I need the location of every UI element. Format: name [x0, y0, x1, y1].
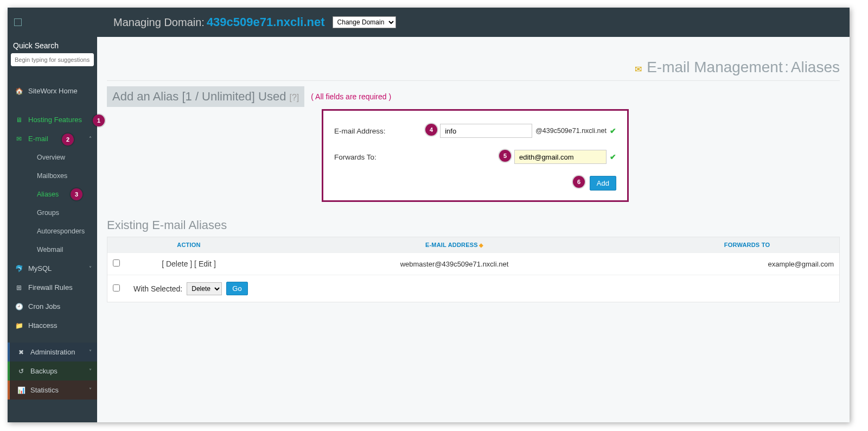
edit-link[interactable]: [ Edit ] — [194, 259, 216, 268]
sidebar-item-backups[interactable]: ↺ Backups ˅ — [10, 362, 97, 381]
check-icon: ✔ — [610, 153, 616, 161]
folder-icon: 📁 — [14, 322, 24, 329]
table-header: ACTION E-MAIL ADDRESS◆ FORWARDS TO — [107, 237, 839, 252]
col-action[interactable]: ACTION — [129, 242, 248, 248]
sidebar-item-htaccess[interactable]: 📁 Htaccess — [8, 316, 97, 335]
sidebar-item-label: Webmail — [37, 246, 63, 253]
sidebar-item-label: Overview — [37, 154, 65, 161]
mail-icon: ✉ — [14, 135, 24, 143]
app-window: Managing Domain: 439c509e71.nxcli.net Ch… — [8, 8, 850, 422]
sidebar-item-label: Firewall Rules — [28, 283, 73, 291]
firewall-icon: ⊞ — [14, 284, 24, 291]
check-icon: ✔ — [610, 126, 616, 135]
page-header: ✉ E-mail Management : Aliases — [107, 37, 840, 81]
sidebar-item-label: E-mail — [28, 135, 48, 143]
with-selected-label: With Selected: — [133, 284, 182, 293]
sidebar-item-label: MySQL — [28, 264, 52, 272]
sidebar-item-cronjobs[interactable]: 🕘 Cron Jobs — [8, 297, 97, 316]
sidebar-item-label: Hosting Features — [28, 116, 82, 124]
broken-image-icon — [14, 18, 22, 26]
sidebar-item-aliases[interactable]: Aliases — [8, 185, 97, 204]
sidebar-item-hosting-features[interactable]: 🖥 Hosting Features — [8, 110, 97, 129]
sidebar-item-label: Autoresponders — [37, 227, 85, 235]
add-alias-form: E-mail Address: 4 @439c509e71.nxcli.net … — [322, 109, 629, 202]
row-forwards: example@gmail.com — [660, 260, 834, 268]
monitor-icon: 🖥 — [14, 116, 24, 124]
col-forwards[interactable]: FORWARDS TO — [660, 242, 834, 248]
aliases-table: ACTION E-MAIL ADDRESS◆ FORWARDS TO [ Del… — [107, 237, 840, 302]
sidebar-item-label: Backups — [30, 367, 58, 375]
with-selected-row: With Selected: Delete Go — [107, 275, 839, 302]
chevron-down-icon: ˅ — [89, 368, 92, 374]
add-alias-title-row: Add an Alias [1 / Unlimited] Used [?] ( … — [107, 86, 840, 107]
select-all-checkbox[interactable] — [113, 284, 120, 291]
managing-domain-label: Managing Domain: — [113, 16, 205, 29]
sidebar-nav: 🏠 SiteWorx Home 🖥 Hosting Features 1 ✉ E… — [8, 72, 97, 400]
chevron-down-icon: ˅ — [89, 387, 92, 393]
sidebar-item-label: Aliases — [37, 191, 59, 198]
sidebar-item-groups[interactable]: Groups — [8, 204, 97, 222]
forwards-to-label: Forwards To: — [334, 153, 443, 161]
mysql-icon: 🐬 — [14, 265, 24, 272]
help-link[interactable]: [?] — [290, 93, 299, 102]
col-email[interactable]: E-MAIL ADDRESS◆ — [248, 242, 660, 248]
chart-icon: 📊 — [16, 386, 26, 394]
step-badge-4: 4 — [425, 124, 437, 136]
refresh-icon: ↺ — [16, 367, 26, 375]
sidebar-item-firewall[interactable]: ⊞ Firewall Rules — [8, 278, 97, 297]
page-title-sep: : — [784, 59, 789, 75]
email-address-label: E-mail Address: — [334, 127, 440, 135]
sidebar-item-email[interactable]: ✉ E-mail — [8, 129, 97, 148]
add-alias-title: Add an Alias [1 / Unlimited] Used [?] — [107, 86, 304, 107]
row-checkbox[interactable] — [113, 259, 120, 267]
step-badge-6: 6 — [573, 176, 585, 188]
add-button[interactable]: Add — [590, 176, 616, 191]
managing-domain-value: 439c509e71.nxcli.net — [207, 15, 325, 29]
existing-aliases-title: Existing E-mail Aliases — [107, 218, 840, 232]
chevron-down-icon: ˅ — [89, 349, 92, 355]
sidebar-item-webmail[interactable]: Webmail — [8, 240, 97, 259]
topbar: Managing Domain: 439c509e71.nxcli.net Ch… — [8, 8, 850, 37]
sidebar-item-statistics[interactable]: 📊 Statistics ˅ — [10, 381, 97, 400]
sidebar-item-siteworx-home[interactable]: 🏠 SiteWorx Home — [8, 81, 97, 100]
sidebar-item-autoresponders[interactable]: Autoresponders — [8, 222, 97, 240]
email-local-input[interactable] — [440, 124, 532, 138]
sidebar-item-label: Administration — [30, 348, 75, 356]
main-content: ✉ E-mail Management : Aliases Add an Ali… — [97, 37, 850, 422]
quick-search-title: Quick Search — [8, 37, 97, 53]
sidebar: Quick Search 🏠 SiteWorx Home 🖥 Hosting F… — [8, 37, 97, 422]
page-title-main: E-mail Management — [647, 59, 783, 75]
mail-icon: ✉ — [635, 65, 642, 74]
page-title-sub: Aliases — [791, 59, 840, 75]
sidebar-item-label: Htaccess — [28, 321, 57, 329]
home-icon: 🏠 — [14, 87, 24, 95]
row-email: webmaster@439c509e71.nxcli.net — [248, 260, 660, 268]
sidebar-item-administration[interactable]: ✖ Administration ˅ — [10, 343, 97, 362]
sidebar-item-label: Groups — [37, 209, 59, 217]
chevron-up-icon: ˄ — [89, 136, 92, 142]
bulk-action-select[interactable]: Delete — [187, 282, 222, 295]
step-badge-5: 5 — [499, 150, 511, 162]
clock-icon: 🕘 — [14, 303, 24, 310]
forwards-to-input[interactable] — [514, 150, 607, 164]
sidebar-item-label: Cron Jobs — [28, 302, 60, 310]
quick-search-input[interactable] — [11, 53, 94, 66]
step-badge-2: 2 — [62, 134, 74, 145]
change-domain-select[interactable]: Change Domain — [333, 16, 396, 28]
chevron-down-icon: ˅ — [89, 265, 92, 271]
go-button[interactable]: Go — [226, 282, 247, 295]
delete-link[interactable]: [ Delete ] — [162, 259, 192, 268]
sort-icon: ◆ — [479, 242, 483, 248]
sidebar-item-overview[interactable]: Overview — [8, 148, 97, 167]
sidebar-item-label: SiteWorx Home — [28, 87, 78, 95]
sidebar-item-mysql[interactable]: 🐬 MySQL ˅ — [8, 259, 97, 278]
sidebar-item-label: Mailboxes — [37, 172, 67, 180]
email-domain-suffix: @439c509e71.nxcli.net — [535, 127, 607, 135]
tools-icon: ✖ — [16, 348, 26, 356]
sidebar-item-mailboxes[interactable]: Mailboxes — [8, 167, 97, 185]
step-badge-1: 1 — [93, 115, 105, 126]
sidebar-item-label: Statistics — [30, 386, 59, 394]
required-note: ( All fields are required ) — [311, 92, 391, 101]
logo — [8, 18, 97, 26]
step-badge-3: 3 — [71, 188, 82, 200]
